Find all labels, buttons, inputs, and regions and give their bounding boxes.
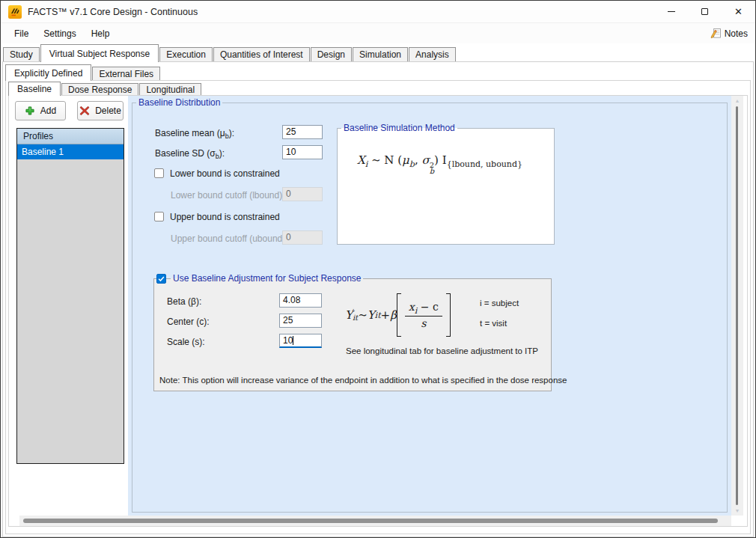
baseline-adjustment-title: Use Baseline Adjustment for Subject Resp… — [171, 273, 363, 284]
notes-icon — [710, 28, 722, 39]
lower-bound-checkbox[interactable] — [154, 168, 164, 178]
upper-cutoff-label: Upper bound cutoff (ubound): — [171, 233, 288, 244]
horizontal-scrollbar-thumb[interactable] — [23, 519, 718, 523]
add-button-label: Add — [40, 106, 56, 116]
tab-execution[interactable]: Execution — [159, 47, 213, 61]
tab-external-files[interactable]: External Files — [92, 67, 160, 80]
lower-cutoff-input: 0 — [282, 187, 323, 201]
tab-explicitly-defined[interactable]: Explicitly Defined — [5, 64, 91, 81]
app-window: FACTS™ v7.1 Core Design - Continuous ✕ F… — [0, 0, 756, 538]
minimize-icon — [668, 11, 675, 12]
tab-analysis[interactable]: Analysis — [409, 47, 456, 61]
baseline-page: Add Delete Profiles Baseline 1 Baseline … — [8, 95, 748, 527]
scale-label: Scale (s): — [167, 337, 205, 347]
scroll-down-icon[interactable]: ▼ — [731, 508, 743, 513]
delete-button[interactable]: Delete — [77, 101, 124, 120]
menu-notes-label: Notes — [725, 28, 748, 39]
baseline-distribution-panel: Baseline Distribution Baseline mean (μb)… — [128, 96, 731, 516]
lower-bound-checkbox-label: Lower bound is constrained — [170, 168, 280, 179]
use-baseline-adjustment-checkbox[interactable] — [156, 274, 166, 284]
vertical-scrollbar[interactable]: ▲ ▼ — [731, 96, 743, 516]
baseline-simulation-method-box: Xi ∼ N (μb, σ2b) I{lbound, ubound} — [337, 128, 555, 245]
baseline-simulation-formula: Xi ∼ N (μb, σ2b) I{lbound, ubound} — [357, 153, 522, 174]
window-title: FACTS™ v7.1 Core Design - Continuous — [28, 7, 198, 17]
tab-quantities-of-interest[interactable]: Quantities of Interest — [213, 47, 310, 61]
tab-dose-response[interactable]: Dose Response — [61, 83, 138, 95]
center-input[interactable]: 25 — [279, 314, 322, 328]
tab-virtual-subject-response[interactable]: Virtual Subject Response — [40, 44, 159, 62]
menu-help[interactable]: Help — [84, 25, 118, 42]
longitudinal-note: See longitudinal tab for baseline adjust… — [346, 346, 538, 355]
menu-settings[interactable]: Settings — [36, 25, 83, 42]
close-icon: ✕ — [734, 7, 743, 16]
beta-label: Beta (β): — [167, 296, 201, 307]
add-button[interactable]: Add — [15, 101, 66, 120]
menubar: File Settings Help Notes — [1, 23, 755, 43]
variance-note: Note: This option will increase variance… — [159, 376, 567, 385]
virtual-subject-response-page: Explicitly Defined External Files Baseli… — [2, 61, 754, 537]
add-icon — [25, 106, 35, 116]
checkmark-icon — [157, 275, 165, 283]
menu-notes[interactable]: Notes — [710, 28, 748, 39]
profiles-list-header: Profiles — [17, 129, 124, 144]
adjustment-formula: Y′it ∼ Yit + β xi − c s — [345, 292, 451, 338]
maximize-icon — [701, 8, 708, 15]
tab-design[interactable]: Design — [311, 47, 352, 61]
profiles-list: Profiles Baseline 1 — [16, 128, 124, 464]
vertical-scrollbar-thumb[interactable] — [736, 106, 738, 505]
center-label: Center (c): — [167, 317, 210, 327]
delete-button-label: Delete — [95, 106, 121, 116]
minimize-button[interactable] — [654, 1, 688, 22]
profile-list-item[interactable]: Baseline 1 — [17, 144, 124, 159]
baseline-sd-input[interactable]: 10 — [282, 145, 323, 159]
scroll-up-icon[interactable]: ▲ — [731, 98, 743, 103]
titlebar: FACTS™ v7.1 Core Design - Continuous ✕ — [1, 1, 755, 23]
baseline-distribution-title: Baseline Distribution — [136, 97, 222, 108]
legend-i-subject: i = subject — [480, 299, 519, 308]
upper-bound-checkbox[interactable] — [154, 212, 164, 221]
baseline-mean-input[interactable]: 25 — [282, 125, 323, 139]
tab-baseline[interactable]: Baseline — [8, 82, 61, 96]
profile-tabstrip: Baseline Dose Response Longitudinal — [6, 81, 750, 95]
main-tabstrip: Study Virtual Subject Response Execution… — [1, 43, 755, 61]
baseline-mean-label: Baseline mean (μb): — [155, 128, 234, 140]
horizontal-scrollbar[interactable] — [19, 516, 731, 526]
maximize-button[interactable] — [688, 1, 722, 22]
explicitly-defined-page: Baseline Dose Response Longitudinal Add — [5, 80, 751, 534]
beta-input[interactable]: 4.08 — [279, 293, 322, 308]
delete-icon — [79, 106, 90, 116]
tab-simulation[interactable]: Simulation — [353, 47, 408, 61]
app-logo-icon — [8, 5, 22, 19]
defined-tabstrip: Explicitly Defined External Files — [3, 63, 753, 80]
upper-cutoff-input: 0 — [282, 230, 323, 245]
legend-t-visit: t = visit — [480, 319, 507, 328]
tab-study[interactable]: Study — [3, 47, 40, 61]
text-caret — [293, 336, 293, 345]
baseline-simulation-method-title: Baseline Simulation Method — [341, 123, 457, 133]
upper-bound-checkbox-label: Upper bound is constrained — [170, 212, 280, 222]
scale-input[interactable]: 10 — [279, 334, 322, 348]
tab-longitudinal[interactable]: Longitudinal — [139, 83, 201, 95]
menu-file[interactable]: File — [7, 25, 36, 42]
lower-cutoff-label: Lower bound cutoff (lbound): — [171, 190, 285, 201]
close-button[interactable]: ✕ — [722, 1, 755, 22]
baseline-sd-label: Baseline SD (σb): — [155, 148, 225, 160]
